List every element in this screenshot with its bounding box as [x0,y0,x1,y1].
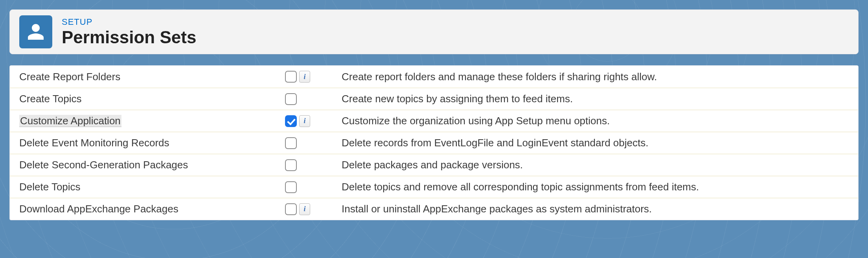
permission-row: Delete Second-Generation PackagesDelete … [10,154,858,176]
permission-checkbox[interactable] [285,181,297,193]
permission-row: Create Report FoldersiCreate report fold… [10,66,858,88]
info-icon[interactable]: i [299,203,310,215]
user-icon [19,15,52,48]
permission-description: Create report folders and manage these f… [332,71,858,83]
permission-checkbox[interactable] [285,203,297,215]
permission-control-cell [285,137,332,149]
permission-row: Customize ApplicationiCustomize the orga… [10,110,858,132]
permission-row: Delete Event Monitoring RecordsDelete re… [10,132,858,154]
permission-row: Download AppExchange PackagesiInstall or… [10,198,858,220]
permission-checkbox[interactable] [285,93,297,105]
permission-description: Delete packages and package versions. [332,159,858,171]
permission-label: Customize Application [10,115,285,127]
permission-label: Create Report Folders [10,71,285,83]
header-text: SETUP Permission Sets [62,17,196,47]
permission-control-cell [285,159,332,171]
permission-checkbox[interactable] [285,159,297,171]
permission-description: Install or uninstall AppExchange package… [332,203,858,215]
permission-label: Delete Second-Generation Packages [10,159,285,171]
permission-label: Download AppExchange Packages [10,203,285,215]
permission-control-cell: i [285,115,332,127]
permission-description: Create new topics by assigning them to f… [332,93,858,105]
permission-control-cell [285,93,332,105]
permission-row: Create TopicsCreate new topics by assign… [10,88,858,110]
permission-label: Delete Event Monitoring Records [10,137,285,149]
page-header: SETUP Permission Sets [9,9,859,54]
permission-label: Delete Topics [10,181,285,193]
permissions-table: Create Report FoldersiCreate report fold… [9,65,859,220]
permission-description: Customize the organization using App Set… [332,115,858,127]
header-eyebrow: SETUP [62,17,196,27]
permission-control-cell: i [285,71,332,83]
info-icon[interactable]: i [299,115,310,127]
permission-control-cell [285,181,332,193]
permission-checkbox[interactable] [285,71,297,83]
permission-row: Delete TopicsDelete topics and remove al… [10,176,858,198]
permission-checkbox[interactable] [285,115,297,127]
page-title: Permission Sets [62,28,196,47]
permission-description: Delete records from EventLogFile and Log… [332,137,858,149]
info-icon[interactable]: i [299,71,310,83]
permission-control-cell: i [285,203,332,215]
permission-label: Create Topics [10,93,285,105]
permission-checkbox[interactable] [285,137,297,149]
permission-description: Delete topics and remove all correspondi… [332,181,858,193]
